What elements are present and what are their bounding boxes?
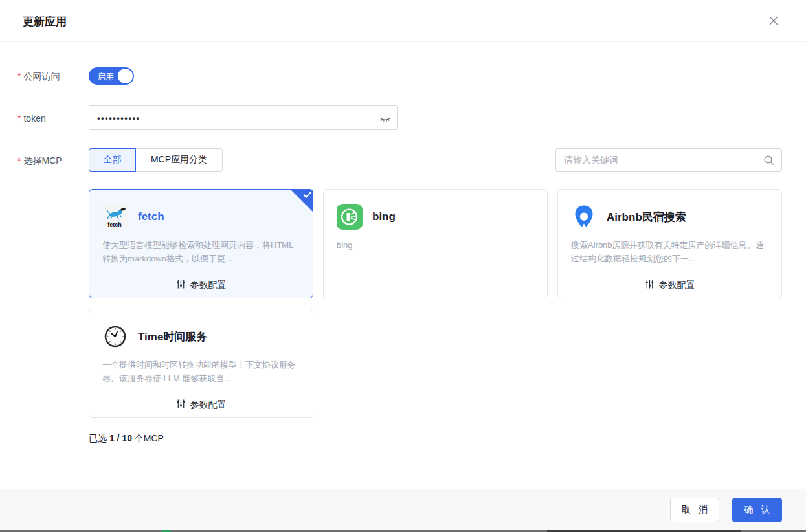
param-config-button[interactable]: 参数配置 bbox=[571, 272, 768, 298]
airbnb-belo-icon bbox=[571, 204, 597, 230]
selection-summary: 已选 1 / 10 个MCP bbox=[89, 433, 164, 445]
card-title: bing bbox=[372, 210, 396, 223]
tab-all[interactable]: 全部 bbox=[89, 148, 136, 172]
toggle-on-label: 启用 bbox=[97, 71, 114, 83]
public-access-toggle[interactable]: 启用 bbox=[89, 67, 134, 85]
required-asterisk: * bbox=[17, 71, 21, 82]
sliders-icon bbox=[176, 279, 186, 291]
confirm-button[interactable]: 确 认 bbox=[732, 498, 782, 522]
select-mcp-label: *选择MCP bbox=[17, 155, 62, 167]
close-icon[interactable] bbox=[766, 13, 781, 28]
card-description: 一个提供时间和时区转换功能的模型上下文协议服务器。该服务器使 LLM 能够获取当… bbox=[102, 358, 300, 385]
clock-icon bbox=[102, 324, 128, 349]
sliders-icon bbox=[645, 279, 655, 291]
cancel-button[interactable]: 取 消 bbox=[670, 498, 719, 522]
token-field-wrap bbox=[89, 105, 398, 130]
eye-closed-icon[interactable] bbox=[379, 113, 391, 124]
background-page-edge bbox=[0, 529, 806, 532]
card-description: 使大型语言模型能够检索和处理网页内容，将HTML转换为markdown格式，以便… bbox=[102, 238, 300, 265]
token-label: *token bbox=[17, 113, 46, 124]
toggle-knob bbox=[118, 69, 133, 83]
modal-header: 更新应用 bbox=[0, 0, 806, 42]
param-config-button[interactable]: 参数配置 bbox=[102, 392, 300, 417]
param-config-label: 参数配置 bbox=[190, 399, 227, 411]
mcp-filter-tabs: 全部 MCP应用分类 bbox=[89, 148, 223, 172]
required-asterisk: * bbox=[17, 113, 21, 124]
tab-mcp-category[interactable]: MCP应用分类 bbox=[136, 148, 223, 172]
card-description: 搜索Airbnb房源并获取有关特定房产的详细信息。通过结构化数据轻松规划您的下一… bbox=[571, 238, 768, 265]
required-asterisk: * bbox=[17, 155, 21, 166]
modal-title: 更新应用 bbox=[23, 14, 67, 29]
token-field[interactable] bbox=[89, 106, 397, 129]
public-access-label: *公网访问 bbox=[17, 71, 60, 83]
card-title: Airbnb民宿搜索 bbox=[607, 210, 686, 225]
mcp-card-bing[interactable]: bing bing bbox=[323, 189, 548, 298]
param-config-label: 参数配置 bbox=[659, 280, 695, 291]
fetch-dog-icon: fetch bbox=[102, 204, 128, 230]
modal-footer: 取 消 确 认 bbox=[0, 489, 806, 529]
card-title: fetch bbox=[138, 210, 164, 223]
bing-lighthouse-icon bbox=[337, 204, 363, 230]
mcp-search-wrap bbox=[555, 148, 782, 172]
selection-count: 1 / 10 bbox=[109, 433, 132, 443]
sliders-icon bbox=[176, 399, 186, 411]
mcp-card-fetch[interactable]: fetch fetch 使大型语言模型能够检索和处理网页内容，将HTML转换为m… bbox=[89, 189, 313, 298]
svg-text:fetch: fetch bbox=[107, 221, 122, 228]
param-config-button[interactable]: 参数配置 bbox=[102, 272, 300, 298]
mcp-card-airbnb[interactable]: Airbnb民宿搜索 搜索Airbnb房源并获取有关特定房产的详细信息。通过结构… bbox=[557, 189, 782, 298]
card-description: bing bbox=[337, 238, 534, 252]
mcp-card-time[interactable]: Time时间服务 一个提供时间和时区转换功能的模型上下文协议服务器。该服务器使 … bbox=[89, 309, 313, 418]
card-title: Time时间服务 bbox=[138, 329, 207, 344]
param-config-label: 参数配置 bbox=[190, 280, 227, 291]
selected-check-icon bbox=[290, 189, 313, 212]
search-icon[interactable] bbox=[763, 155, 774, 166]
mcp-search-input[interactable] bbox=[556, 149, 781, 171]
